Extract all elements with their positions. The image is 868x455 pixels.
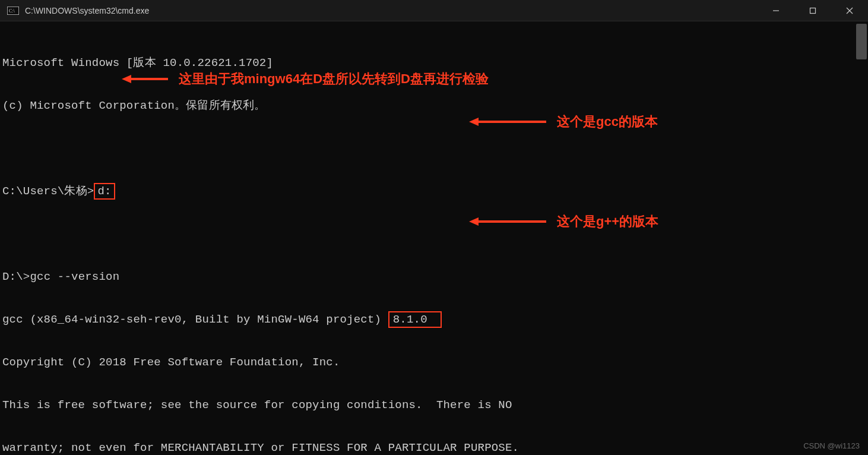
arrow-left-icon: [469, 216, 546, 227]
prompt: C:\Users\朱杨>: [2, 185, 94, 198]
annotation-text: 这个是g++的版本: [557, 213, 658, 230]
watermark: CSDN @wi1123: [803, 441, 860, 450]
close-button[interactable]: [831, 0, 868, 21]
svg-text:C:\: C:\: [9, 8, 15, 14]
terminal-line: C:\Users\朱杨>d:: [2, 184, 868, 198]
arrow-left-icon: [122, 74, 168, 84]
terminal-line: [2, 141, 868, 156]
minimize-button[interactable]: [758, 0, 794, 21]
scrollbar-thumb[interactable]: [856, 24, 867, 59]
terminal-line: Microsoft Windows [版本 10.0.22621.1702]: [2, 56, 868, 70]
svg-marker-7: [122, 75, 131, 83]
arrow-left-icon: [469, 116, 546, 127]
svg-rect-3: [810, 8, 816, 14]
cmd-icon: C:\: [7, 6, 19, 15]
window-titlebar: C:\ C:\WINDOWS\system32\cmd.exe: [0, 0, 868, 21]
terminal-line: D:\>gcc --version: [2, 270, 868, 284]
terminal-line: (c) Microsoft Corporation。保留所有权利。: [2, 99, 868, 113]
annotation-text: 这里由于我mingw64在D盘所以先转到D盘再进行检验: [179, 70, 489, 88]
highlighted-version: 8.1.0: [388, 311, 442, 328]
terminal-line: [2, 227, 868, 241]
terminal-line: This is free software; see the source fo…: [2, 398, 868, 412]
output-text: gcc (x86_64-win32-seh-rev0, Built by Min…: [2, 313, 388, 326]
prompt: D:\>: [2, 270, 30, 283]
terminal-line: warranty; not even for MERCHANTABILITY o…: [2, 441, 868, 455]
maximize-button[interactable]: [794, 0, 831, 21]
terminal-line: gcc (x86_64-win32-seh-rev0, Built by Min…: [2, 312, 868, 327]
annotation: 这个是gcc的版本: [469, 113, 658, 131]
annotation-text: 这个是gcc的版本: [557, 113, 658, 131]
command: gcc --version: [30, 270, 119, 283]
highlighted-command: d:: [94, 183, 115, 200]
svg-marker-9: [469, 118, 479, 126]
window-controls: [758, 0, 868, 21]
terminal-line: Copyright (C) 2018 Free Software Foundat…: [2, 355, 868, 369]
annotation: 这个是g++的版本: [469, 213, 658, 230]
svg-marker-11: [469, 217, 479, 226]
annotation: 这里由于我mingw64在D盘所以先转到D盘再进行检验: [122, 70, 489, 88]
window-title: C:\WINDOWS\system32\cmd.exe: [25, 6, 758, 15]
